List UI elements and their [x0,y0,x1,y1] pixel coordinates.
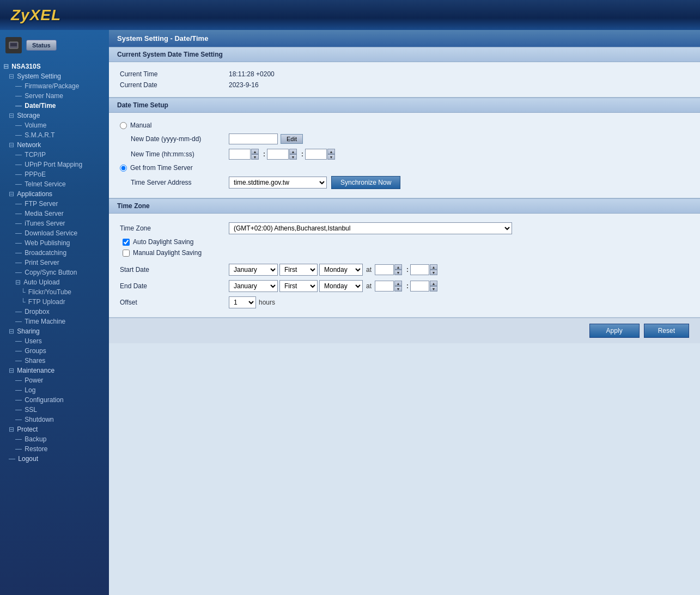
manual-daylight-checkbox[interactable] [123,250,130,257]
sidebar-item-smart[interactable]: — S.M.A.R.T [0,130,109,140]
start-min-spinner: 0 ▲ ▼ [410,264,437,275]
end-hour-input[interactable]: 12 [375,281,394,292]
sidebar-item-telnet[interactable]: — Telnet Service [0,179,109,189]
sidebar-item-firmware[interactable]: — Firmware/Package [0,81,109,91]
start-min-input[interactable]: 0 [410,264,429,275]
sidebar-item-web-publishing[interactable]: — Web Publishing [0,238,109,248]
sidebar-item-datetime[interactable]: — Date/Time [0,101,109,111]
end-hour-arrows: ▲ ▼ [394,281,402,292]
apply-button[interactable]: Apply [589,324,640,338]
second-input[interactable]: 47 [305,149,327,160]
sidebar-item-ssl[interactable]: — SSL [0,405,109,415]
sidebar-item-groups[interactable]: — Groups [0,346,109,356]
sidebar-item-media-server[interactable]: — Media Server [0,209,109,218]
end-at-label: at [366,282,372,290]
sidebar-item-ftp-server[interactable]: — FTP Server [0,199,109,209]
sidebar-item-configuration[interactable]: — Configuration [0,395,109,405]
hour-arrows: ▲ ▼ [251,149,259,160]
minute-input[interactable]: 9 [267,149,289,160]
sidebar-item-time-machine[interactable]: — Time Machine [0,317,109,326]
sidebar-item-pppoe[interactable]: — PPPoE [0,169,109,179]
start-day-select[interactable]: MondayTuesdayWednesdayThursdayFridaySatu… [319,264,363,276]
sidebar-item-copy-sync[interactable]: — Copy/Sync Button [0,268,109,277]
sidebar-item-storage[interactable]: ⊟ Storage [0,111,109,120]
new-time-row: New Time (hh:mm:ss) 18 ▲ ▼ : 9 ▲ [120,147,689,162]
edit-date-button[interactable]: Edit [281,134,303,144]
start-month-select[interactable]: JanuaryFebruaryMarchAprilMayJuneJulyAugu… [229,264,278,276]
new-date-label: New Date (yyyy-mm-dd) [120,135,229,143]
hour-up-arrow[interactable]: ▲ [251,149,259,154]
timezone-select[interactable]: (GMT+02:00) Athens,Bucharest,Istanbul [229,222,512,234]
sidebar-item-volume[interactable]: — Volume [0,120,109,130]
sidebar-item-itunes-server[interactable]: — iTunes Server [0,218,109,228]
sidebar-item-applications[interactable]: ⊟ Applications [0,189,109,199]
sidebar-tree: ⊟ NSA310S⊟ System Setting— Firmware/Pack… [0,60,109,465]
sidebar-item-power[interactable]: — Power [0,375,109,385]
sidebar-item-dropbox[interactable]: — Dropbox [0,307,109,317]
sidebar-item-network[interactable]: ⊟ Network [0,140,109,150]
reset-button[interactable]: Reset [644,324,689,338]
sidebar-item-system-setting[interactable]: ⊟ System Setting [0,71,109,81]
start-week-select[interactable]: FirstSecondThirdFourthLast [279,264,318,276]
end-week-select[interactable]: FirstSecondThirdFourthLast [279,280,318,292]
offset-select[interactable]: 12345 [229,296,256,308]
time-server-select[interactable]: time.stdtime.gov.twpool.ntp.orgtime.nist… [229,177,327,189]
start-min-down[interactable]: ▼ [430,270,437,275]
sidebar-status: Status [0,33,109,58]
server-radio[interactable] [120,165,127,172]
sidebar-item-logout[interactable]: — Logout [0,454,109,464]
end-hour-down[interactable]: ▼ [394,286,402,292]
end-month-select[interactable]: JanuaryFebruaryMarchAprilMayJuneJulyAugu… [229,280,278,292]
new-date-input[interactable]: 2023-9-16 [229,133,278,144]
start-hour-input[interactable]: 12 [375,264,394,275]
page-title: System Setting - Date/Time [109,30,700,47]
sidebar-item-log[interactable]: — Log [0,385,109,395]
sidebar-item-restore[interactable]: — Restore [0,444,109,454]
current-date-label: Current Date [120,81,229,89]
start-hour-up[interactable]: ▲ [394,264,402,270]
end-day-select[interactable]: MondayTuesdayWednesdayThursdayFridaySatu… [319,280,363,292]
sidebar-item-tcpip[interactable]: — TCP/IP [0,150,109,160]
timezone-section-body: Time Zone (GMT+02:00) Athens,Bucharest,I… [109,214,700,318]
end-min-up[interactable]: ▲ [430,281,437,286]
minute-down-arrow[interactable]: ▼ [289,154,297,160]
sidebar-item-nsa310s[interactable]: ⊟ NSA310S [0,62,109,71]
start-min-up[interactable]: ▲ [430,264,437,270]
hour-down-arrow[interactable]: ▼ [251,154,259,160]
datetime-setup-header: Date Time Setup [109,98,700,113]
sidebar-item-download-service[interactable]: — Download Service [0,228,109,238]
sidebar-item-print-server[interactable]: — Print Server [0,258,109,268]
hour-input[interactable]: 18 [229,149,251,160]
second-down-arrow[interactable]: ▼ [327,154,335,160]
second-up-arrow[interactable]: ▲ [327,149,335,154]
time-server-row: Time Server Address time.stdtime.gov.twp… [120,174,689,191]
sidebar-item-flickr[interactable]: └ Flickr/YouTube [0,287,109,297]
sidebar-item-auto-upload[interactable]: ⊟ Auto Upload [0,277,109,287]
start-min-arrows: ▲ ▼ [430,264,437,275]
sidebar-item-protect[interactable]: ⊟ Protect [0,424,109,434]
status-button[interactable]: Status [26,40,57,51]
sidebar-item-broadcatching[interactable]: — Broadcatching [0,248,109,258]
sidebar-item-upnp[interactable]: — UPnP Port Mapping [0,160,109,169]
sidebar-item-shutdown[interactable]: — Shutdown [0,415,109,424]
end-min-down[interactable]: ▼ [430,286,437,292]
start-hour-down[interactable]: ▼ [394,270,402,275]
sidebar-item-ftp-upload[interactable]: └ FTP Uploadr [0,297,109,307]
sidebar-item-maintenance[interactable]: ⊟ Maintenance [0,366,109,375]
sync-button[interactable]: Synchronize Now [331,176,400,189]
timezone-label: Time Zone [120,224,229,232]
hour-spinner: 18 ▲ ▼ [229,149,259,160]
end-min-input[interactable]: 0 [410,281,429,292]
sidebar-item-shares[interactable]: — Shares [0,356,109,366]
current-time-label: Current Time [120,70,229,78]
manual-radio[interactable] [120,122,127,129]
sidebar-item-backup[interactable]: — Backup [0,434,109,444]
start-at-label: at [366,266,372,274]
sidebar-item-sharing[interactable]: ⊟ Sharing [0,326,109,336]
sidebar-item-server-name[interactable]: — Server Name [0,91,109,101]
end-hour-up[interactable]: ▲ [394,281,402,286]
time-spinner-group: 18 ▲ ▼ : 9 ▲ ▼ : [229,149,338,160]
minute-up-arrow[interactable]: ▲ [289,149,297,154]
sidebar-item-users[interactable]: — Users [0,336,109,346]
auto-daylight-checkbox[interactable] [123,239,130,246]
